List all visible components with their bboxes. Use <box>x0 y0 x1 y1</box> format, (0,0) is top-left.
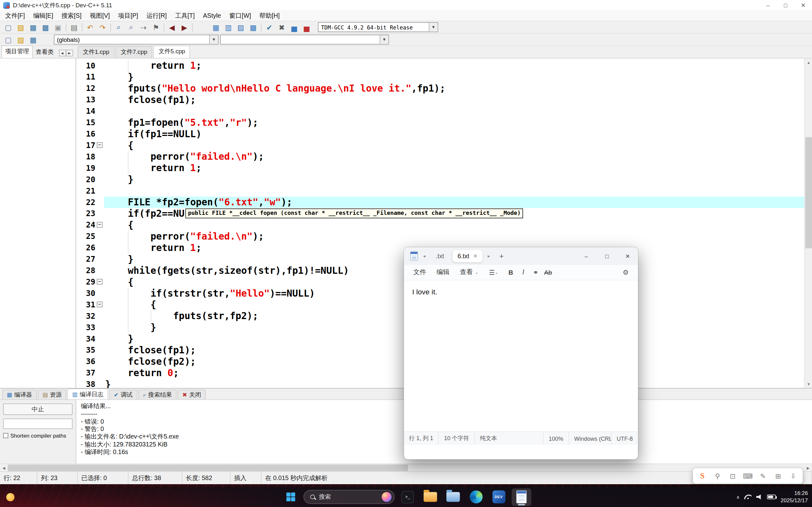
code-line[interactable]: 11 } <box>76 71 804 83</box>
search-box[interactable]: 搜索 <box>304 490 395 504</box>
back-icon[interactable]: ◀ <box>165 22 178 33</box>
compile-icon[interactable]: ▦ <box>210 22 222 33</box>
apps-grid-icon[interactable]: ⊞ <box>772 472 784 480</box>
tab-scroll-right-icon[interactable]: ▸ <box>486 253 492 259</box>
settings-gear-icon[interactable]: ⚙ <box>623 268 629 276</box>
code-line[interactable]: 19 return 1; <box>76 163 804 174</box>
editor-tab[interactable]: 文件1.cpp <box>78 46 114 58</box>
find-icon[interactable]: ⌕ <box>112 22 125 33</box>
profile-delete-icon[interactable]: ▅ <box>300 22 313 33</box>
code-line[interactable]: 24− { <box>76 219 804 231</box>
notepad-close-button[interactable]: ✕ <box>617 247 638 265</box>
shorten-paths-option[interactable]: Shorten compiler paths <box>3 433 72 439</box>
panel-tab-编译器[interactable]: ▦编译器 <box>2 389 37 399</box>
replace-icon[interactable]: ⌕ <box>125 22 137 33</box>
abort-button[interactable]: 中止 <box>3 403 72 415</box>
taskbar-clock[interactable]: 16:26 2025/12/17 <box>780 490 808 504</box>
compiler-select[interactable]: TDM-GCC 4.9.2 64-bit Release▼ <box>318 22 438 32</box>
file-explorer-icon[interactable] <box>420 488 440 506</box>
devcpp-icon[interactable]: DEV <box>489 488 508 506</box>
panel-tab-搜索结果[interactable]: ⌕搜索结果 <box>138 389 177 399</box>
notepad-tab-active[interactable]: 6.txt ✕ <box>452 250 483 262</box>
menu-item[interactable]: 工具[T] <box>171 10 199 21</box>
dropdown-arrow-icon[interactable]: ▼ <box>209 35 218 44</box>
vertical-scroll-thumb[interactable] <box>805 137 812 248</box>
editor-vertical-scrollbar[interactable]: ▲ ▼ <box>804 58 812 388</box>
fold-marker-icon[interactable]: − <box>97 142 102 148</box>
save-all-icon[interactable]: ▩ <box>39 22 52 33</box>
code-line[interactable]: 10 return 1; <box>76 60 804 71</box>
close-button[interactable]: ✕ <box>794 0 812 10</box>
snip-logo-icon[interactable]: S <box>697 471 708 481</box>
shorten-paths-checkbox[interactable] <box>3 433 8 438</box>
italic-icon[interactable]: I <box>517 267 529 278</box>
globals-select[interactable]: (globals)▼ <box>54 35 218 44</box>
edge-icon[interactable] <box>466 488 486 506</box>
code-line[interactable]: 16 if(fp1==NULL) <box>76 128 804 140</box>
code-line[interactable]: 22 FILE *fp2=fopen("6.txt","w"); <box>76 196 804 208</box>
scroll-left-icon[interactable]: ◀ <box>0 464 8 471</box>
code-line[interactable]: 15 fp1=fopen("5.txt","r"); <box>76 117 804 128</box>
wifi-icon[interactable] <box>745 495 752 499</box>
code-line[interactable]: 21 <box>76 185 804 196</box>
minimize-button[interactable]: – <box>759 0 777 10</box>
menu-item[interactable]: AStyle <box>199 10 225 21</box>
download-icon[interactable]: ⇩ <box>788 472 799 480</box>
fold-marker-icon[interactable]: − <box>97 302 102 307</box>
notepad-menu-edit[interactable]: 编辑 <box>432 268 455 277</box>
dropdown-arrow-icon[interactable]: ▼ <box>380 35 389 44</box>
code-line[interactable]: 25 perror("failed.\n"); <box>76 231 804 242</box>
terminal-icon[interactable]: >_ <box>398 488 417 506</box>
code-line[interactable]: 18 perror("failed.\n"); <box>76 151 804 163</box>
pin-icon[interactable]: ⚲ <box>712 472 723 480</box>
sidebar-tab-inactive[interactable]: 查看类 <box>33 47 57 58</box>
code-line[interactable]: 13 fclose(fp1); <box>76 94 804 106</box>
abort-compile-icon[interactable]: ✖ <box>275 22 288 33</box>
menu-item[interactable]: 窗口[W] <box>225 10 255 21</box>
volume-icon[interactable] <box>756 494 763 499</box>
compile-run-icon[interactable]: ▧ <box>235 22 247 33</box>
close-file-icon[interactable]: ▣ <box>52 22 64 33</box>
screenshot-icon[interactable]: ⊡ <box>727 472 739 480</box>
editor-tab[interactable]: 文件7.cpp <box>115 46 152 58</box>
menu-item[interactable]: 运行[R] <box>142 10 171 21</box>
horizontal-scrollbar[interactable]: ◀ ▶ <box>0 464 812 471</box>
menu-item[interactable]: 帮助[H] <box>255 10 284 21</box>
panel-tab-调试[interactable]: ✔调试 <box>109 389 137 399</box>
tab-scroll-left-icon[interactable]: ◀ <box>59 50 65 56</box>
scroll-down-icon[interactable]: ▼ <box>805 380 812 388</box>
redo-icon[interactable]: ↷ <box>96 22 109 33</box>
profile-icon[interactable]: ▅ <box>288 22 300 33</box>
syntax-check-icon[interactable]: ✔ <box>263 22 275 33</box>
save-icon[interactable]: ▦ <box>27 22 39 33</box>
pen-icon[interactable]: ✎ <box>757 472 768 480</box>
horizontal-scroll-thumb[interactable] <box>8 464 408 471</box>
open-icon[interactable]: ▨ <box>14 22 27 33</box>
notepad-icon[interactable] <box>512 488 531 506</box>
notepad-menu-view[interactable]: 查看 <box>455 268 478 277</box>
tab-close-icon[interactable]: ✕ <box>473 253 477 259</box>
start-button[interactable] <box>281 488 300 506</box>
fold-marker-icon[interactable]: − <box>97 222 102 228</box>
notepad-maximize-button[interactable]: □ <box>597 247 617 265</box>
scroll-up-icon[interactable]: ▲ <box>805 58 812 66</box>
run-icon[interactable]: ▥ <box>222 22 235 33</box>
sidebar-tab-active[interactable]: 项目管理 <box>2 46 33 58</box>
code-line[interactable]: 14 <box>76 106 804 117</box>
tab-scroll-left-icon[interactable]: ◂ <box>421 253 427 259</box>
forward-icon[interactable]: ▶ <box>178 22 191 33</box>
dropdown-arrow-icon[interactable]: ▼ <box>429 23 438 32</box>
widgets-button[interactable] <box>6 493 14 501</box>
keyboard-icon[interactable]: ⌨ <box>742 472 754 480</box>
menu-item[interactable]: 项目[P] <box>114 10 142 21</box>
battery-icon[interactable] <box>767 495 776 499</box>
fold-marker-icon[interactable]: − <box>97 279 102 285</box>
notepad-minimize-button[interactable]: – <box>576 247 597 265</box>
menu-item[interactable]: 搜索[S] <box>57 10 86 21</box>
clear-formatting-icon[interactable]: Ab <box>542 267 554 278</box>
editor-tab[interactable]: 文件5.cpp <box>154 46 190 58</box>
hidden-icons-chevron[interactable]: ∧ <box>736 494 740 499</box>
documents-folder-icon[interactable] <box>444 488 463 506</box>
goto-line-icon[interactable]: ⇢ <box>137 22 150 33</box>
code-line[interactable]: 17− { <box>76 140 804 151</box>
